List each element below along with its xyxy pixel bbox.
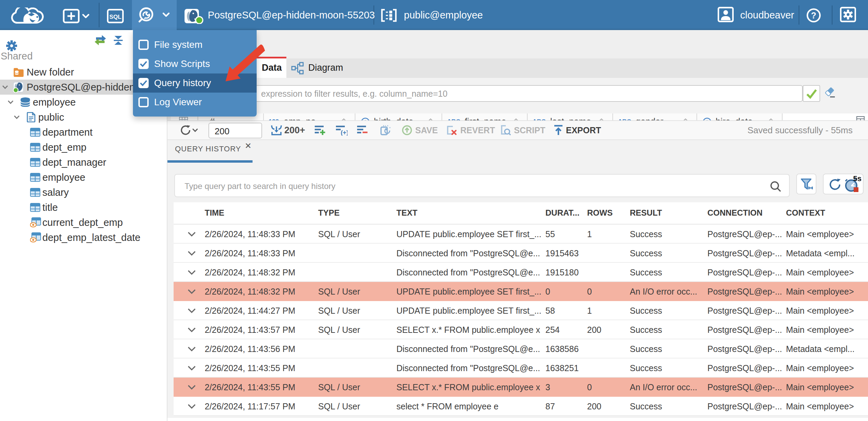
svg-text:?: ? xyxy=(811,11,816,20)
svg-text:SQL: SQL xyxy=(109,13,121,20)
svg-text:(+): (+) xyxy=(341,129,348,136)
